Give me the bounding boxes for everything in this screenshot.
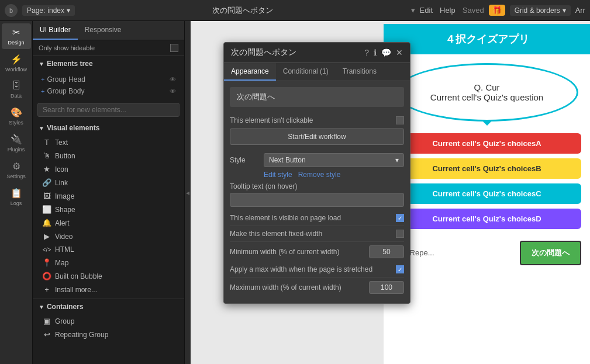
containers-header[interactable]: ▼ Containers (33, 299, 184, 314)
tooltip-label: Tooltip text (on hover) (230, 182, 404, 190)
eye-icon-2: 👁 (170, 88, 176, 95)
modal-title: 次の問題へボタン (231, 47, 361, 58)
question-icon[interactable]: ? (364, 48, 369, 57)
visible-on-load-checkbox[interactable]: ✓ (396, 214, 404, 222)
arrow-down-icon-3: ▼ (39, 304, 44, 310)
info-icon[interactable]: ℹ (374, 48, 377, 57)
element-alert[interactable]: 🔔 Alert (33, 216, 184, 230)
element-map[interactable]: 📍 Map (33, 256, 184, 269)
visual-elements-label: Visual elements (47, 124, 100, 132)
page-name: index (47, 6, 64, 15)
not-clickable-checkbox[interactable] (396, 116, 404, 124)
sidebar-label-workflow: Workflow (5, 67, 27, 72)
next-button[interactable]: 次の問題へ (520, 241, 581, 265)
element-icon[interactable]: ★ Icon (33, 162, 184, 176)
style-select[interactable]: Next Button ▾ (264, 153, 404, 167)
bubble-icon: ⭕ (42, 272, 51, 280)
logs-icon: 📋 (11, 188, 22, 199)
tab-appearance[interactable]: Appearance (224, 63, 276, 81)
button-icon: 🖱 (42, 151, 51, 160)
min-width-label: Minimum width (% of current width) (230, 248, 364, 256)
arrow-down-icon: ▼ (39, 61, 44, 67)
max-width-checkbox[interactable]: ✓ (396, 265, 404, 273)
page-selector[interactable]: Page: index ▾ (22, 5, 75, 16)
sidebar-label-data: Data (11, 93, 22, 99)
chevron-down-icon-style: ▾ (395, 156, 399, 164)
choice-a[interactable]: Current cell's Quiz's choicesA (392, 133, 581, 154)
edit-link[interactable]: Edit (420, 6, 433, 15)
scissors-icon: ✂ (12, 27, 20, 38)
search-elements-input[interactable] (37, 103, 180, 117)
fixed-width-label: Make this element fixed-width (230, 230, 391, 238)
group-icon: ▣ (42, 317, 51, 325)
tooltip-input[interactable] (230, 193, 404, 207)
sidebar-item-styles[interactable]: 🎨 Styles (2, 103, 31, 129)
alert-icon: 🔔 (42, 219, 51, 227)
element-video[interactable]: ▶ Video (33, 230, 184, 243)
sidebar-label-plugins: Plugins (8, 147, 25, 152)
grid-borders-button[interactable]: Grid & borders ▾ (510, 5, 571, 16)
sidebar-item-settings[interactable]: ⚙ Settings (2, 157, 31, 183)
gift-button[interactable]: 🎁 (489, 5, 505, 16)
topbar-actions: Edit Help Saved (420, 6, 484, 15)
quiz-choices: Current cell's Quiz's choicesA Current c… (392, 133, 581, 229)
comment-icon[interactable]: 💬 (381, 48, 391, 57)
remove-style-link[interactable]: Remove style (298, 171, 341, 179)
tab-responsive[interactable]: Responsive (78, 21, 129, 40)
quiz-app-preview: ４択クイズアプリ Q. Cur Current cell's Quiz's qu… (384, 24, 590, 364)
workflow-button[interactable]: Start/Edit workflow (230, 129, 404, 145)
tab-transitions[interactable]: Transitions (336, 63, 384, 81)
min-width-input[interactable] (369, 245, 404, 258)
left-sidebar: ✂ Design ⚡ Workflow 🗄 Data 🎨 Styles 🔌 Pl… (0, 21, 33, 364)
tab-ui-builder[interactable]: UI Builder (33, 21, 78, 40)
element-label-image: Image (55, 192, 74, 200)
sidebar-item-plugins[interactable]: 🔌 Plugins (2, 130, 31, 156)
elements-tree-header[interactable]: ▼ Elements tree (33, 56, 184, 71)
element-link[interactable]: 🔗 Link (33, 176, 184, 189)
element-label-repeating-group: Repeating Group (55, 331, 108, 339)
settings-icon: ⚙ (12, 161, 20, 172)
element-group[interactable]: ▣ Group (33, 314, 184, 328)
modal-tabs: Appearance Conditional (1) Transitions (224, 63, 410, 81)
workflow-icon: ⚡ (11, 54, 22, 65)
choice-d[interactable]: Current cell's Quiz's choicesD (392, 209, 581, 229)
element-label-button: Button (55, 152, 75, 160)
tree-item-group-head[interactable]: + Group Head 👁 (37, 74, 180, 85)
element-built-on-bubble[interactable]: ⭕ Built on Bubble (33, 269, 184, 283)
panel-collapse-handle[interactable]: ◂ (185, 21, 191, 364)
max-width-value-input[interactable] (369, 281, 404, 294)
fixed-width-checkbox[interactable] (396, 230, 404, 238)
chevron-down-icon-center: ▾ (411, 6, 415, 15)
element-repeating-group[interactable]: ↩ Repeating Group (33, 328, 184, 341)
edit-style-link[interactable]: Edit style (264, 171, 292, 179)
element-button[interactable]: 🖱 Button (33, 149, 184, 162)
element-html[interactable]: </> HTML (33, 243, 184, 256)
choice-c[interactable]: Current cell's Quiz's choicesC (392, 183, 581, 204)
only-show-checkbox[interactable] (170, 44, 178, 52)
eye-icon: 👁 (170, 76, 176, 83)
close-icon[interactable]: ✕ (396, 48, 403, 57)
element-shape[interactable]: ⬜ Shape (33, 203, 184, 216)
visual-elements-header[interactable]: ▼ Visual elements (33, 120, 184, 136)
element-label-shape: Shape (55, 206, 75, 214)
modal-body: 次の問題へ This element isn't clickable Start… (224, 81, 410, 303)
app-logo: b (5, 4, 18, 17)
quiz-footer: 残り Repe... 次の問題へ (384, 235, 590, 271)
plus-icon-2: + (41, 88, 44, 95)
element-image[interactable]: 🖼 Image (33, 189, 184, 203)
element-install-more[interactable]: + Install more... (33, 283, 184, 296)
max-width-label: Apply a max width when the page is stret… (230, 265, 391, 273)
canvas: 次の問題へボタン ? ℹ 💬 ✕ Appearance Conditional … (191, 21, 590, 364)
tab-conditional[interactable]: Conditional (1) (276, 63, 336, 81)
sidebar-item-design[interactable]: ✂ Design (2, 23, 31, 49)
element-text[interactable]: T Text (33, 136, 184, 149)
sidebar-item-logs[interactable]: 📋 Logs (2, 184, 31, 210)
center-title: 次の問題へボタン (80, 5, 406, 16)
sidebar-item-workflow[interactable]: ⚡ Workflow (2, 50, 31, 76)
video-icon: ▶ (42, 232, 51, 241)
help-link[interactable]: Help (440, 6, 456, 15)
choice-b[interactable]: Current cell's Quiz's choicesB (392, 158, 581, 179)
sidebar-item-data[interactable]: 🗄 Data (2, 77, 31, 102)
chevron-down-icon: ▾ (67, 6, 70, 15)
tree-item-group-body[interactable]: + Group Body 👁 (37, 85, 180, 97)
